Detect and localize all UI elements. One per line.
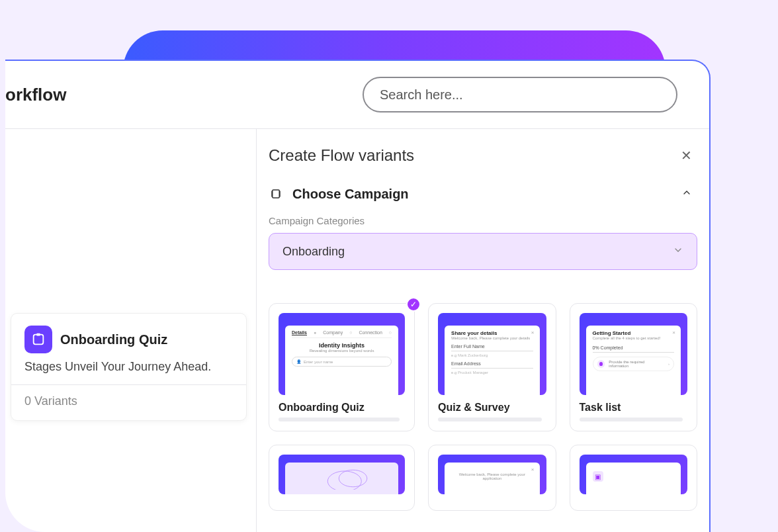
window-header: orkflow xyxy=(5,61,709,129)
template-quiz-survey[interactable]: × Share your details Welcome back, Pleas… xyxy=(428,303,556,431)
flow-icon xyxy=(24,326,52,353)
background: orkflow Onboarding Quiz xyxy=(5,0,773,532)
close-icon[interactable]: ✕ xyxy=(675,145,697,166)
template-card-partial[interactable] xyxy=(269,445,415,511)
template-preview: × Welcome back, Please complete your app… xyxy=(438,455,546,494)
template-card-partial[interactable]: ▣ xyxy=(570,445,697,511)
template-onboarding-quiz[interactable]: ✓ Details ● Company ○ Connection ○ xyxy=(269,303,415,431)
step-head[interactable]: Choose Campaign xyxy=(269,185,697,203)
variants-count: 0 Variants xyxy=(24,394,233,408)
step-left: Choose Campaign xyxy=(269,187,409,202)
card-title: Onboarding Quiz xyxy=(60,332,167,347)
template-task-list[interactable]: × Getting Started Complete all the 4 ste… xyxy=(570,303,697,431)
selected-category: Onboarding xyxy=(282,245,345,259)
svg-rect-0 xyxy=(34,335,44,345)
body-split: Onboarding Quiz Stages Unveil Your Journ… xyxy=(5,129,709,532)
template-card-partial[interactable]: × Welcome back, Please complete your app… xyxy=(428,445,556,511)
template-name: Onboarding Quiz xyxy=(279,402,405,414)
right-panel: Create Flow variants ✕ Choose Campaign xyxy=(257,129,709,532)
svg-rect-4 xyxy=(279,191,281,197)
card-header: Onboarding Quiz xyxy=(24,326,233,353)
svg-rect-2 xyxy=(273,190,280,198)
chevron-down-icon xyxy=(673,245,683,259)
panel-title: Create Flow variants xyxy=(269,146,414,165)
template-grid: ✓ Details ● Company ○ Connection ○ xyxy=(269,303,697,511)
template-bar xyxy=(438,418,542,421)
svg-rect-1 xyxy=(36,333,40,336)
window-title: orkflow xyxy=(5,85,66,105)
search-input[interactable] xyxy=(363,77,677,112)
category-select[interactable]: Onboarding xyxy=(269,233,697,270)
main-window: orkflow Onboarding Quiz xyxy=(5,60,711,532)
search-wrap xyxy=(363,77,677,112)
left-column: Onboarding Quiz Stages Unveil Your Journ… xyxy=(5,129,257,532)
card-subtitle: Stages Unveil Your Journey Ahead. xyxy=(24,360,233,374)
template-preview: × Getting Started Complete all the 4 ste… xyxy=(580,313,687,395)
campaign-icon xyxy=(269,187,283,201)
template-bar xyxy=(279,418,400,421)
template-preview: × Share your details Welcome back, Pleas… xyxy=(438,313,546,395)
template-bar xyxy=(580,418,683,421)
template-name: Quiz & Survey xyxy=(438,402,546,414)
template-preview: ▣ xyxy=(580,455,687,494)
chevron-up-icon[interactable] xyxy=(676,185,697,203)
panel-head: Create Flow variants ✕ xyxy=(269,145,697,166)
selected-flow-card[interactable]: Onboarding Quiz Stages Unveil Your Journ… xyxy=(11,313,247,421)
template-preview xyxy=(279,455,405,494)
svg-rect-3 xyxy=(271,191,273,197)
divider xyxy=(11,384,246,385)
template-preview: Details ● Company ○ Connection ○ Identit… xyxy=(279,313,405,395)
template-name: Task list xyxy=(580,402,687,414)
category-label: Campaign Categories xyxy=(269,215,697,226)
step-title: Choose Campaign xyxy=(292,187,409,202)
selected-check-icon: ✓ xyxy=(406,297,421,312)
